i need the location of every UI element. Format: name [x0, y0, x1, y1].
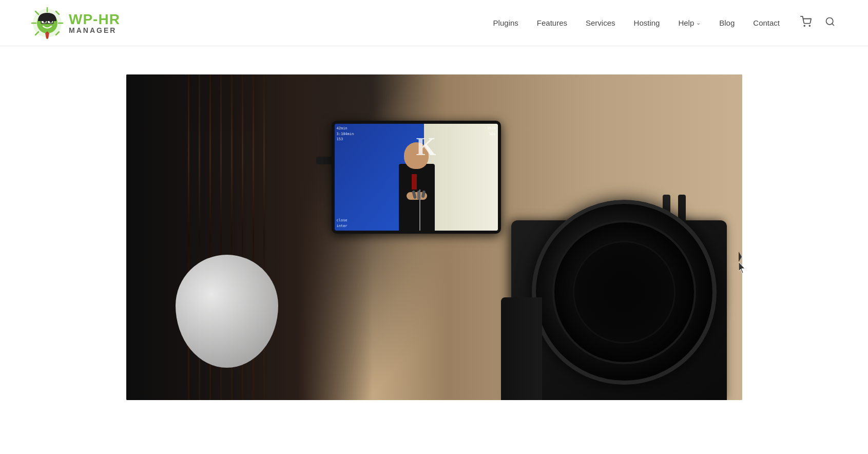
search-button[interactable] [823, 14, 837, 31]
screen-hud-left: 42min 3:104min 153 [337, 126, 354, 142]
svg-point-17 [804, 25, 805, 26]
logo-wp-hr: WP-HR [69, 12, 120, 27]
nav-blog[interactable]: Blog [719, 18, 735, 27]
nav-features[interactable]: Features [537, 18, 567, 27]
logo-text: WP-HR MANAGER [69, 12, 120, 34]
logo-icon [31, 7, 64, 40]
nav-help[interactable]: Help ⌄ [678, 18, 701, 27]
logo-manager: MANAGER [69, 27, 120, 34]
camera-scene: 42min 3:104min 153 K 1920 50i close [126, 74, 742, 400]
hero-image: 42min 3:104min 153 K 1920 50i close [126, 74, 742, 400]
screen-hud-bottom: close inter [337, 218, 348, 229]
nav-contact[interactable]: Contact [753, 18, 780, 27]
chevron-down-icon: ⌄ [696, 20, 701, 26]
screen-letter-k: K [416, 131, 436, 161]
main-nav: Plugins Features Services Hosting Help ⌄… [493, 14, 837, 32]
svg-point-18 [809, 25, 810, 26]
cart-icon [800, 16, 812, 27]
main-content: 42min 3:104min 153 K 1920 50i close [0, 46, 868, 400]
camera-body [470, 184, 727, 400]
screen-hud-right: 1920 50i [487, 126, 496, 137]
nav-hosting[interactable]: Hosting [634, 18, 660, 27]
site-logo[interactable]: WP-HR MANAGER [31, 7, 120, 40]
nav-services[interactable]: Services [586, 18, 615, 27]
cart-button[interactable] [798, 14, 814, 32]
search-icon [825, 16, 835, 27]
svg-line-20 [832, 24, 834, 26]
nav-icon-group [798, 14, 837, 32]
nav-plugins[interactable]: Plugins [493, 18, 518, 27]
site-header: WP-HR MANAGER Plugins Features Services … [0, 0, 868, 46]
